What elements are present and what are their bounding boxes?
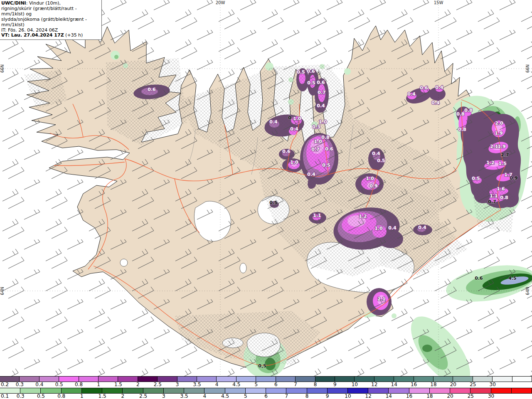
parallel-label: 64N	[0, 287, 5, 295]
title-box: UWC/DINI: Vindur (10m), rigning/skúrir (…	[0, 0, 102, 40]
colorbar-segment	[99, 377, 118, 382]
colorbar-tick-label: 14	[386, 394, 392, 399]
colorbar-segment	[217, 377, 236, 382]
precip-value-label: 0.6	[325, 146, 333, 152]
precip-value-label: 1.1	[490, 193, 498, 199]
colorbar-tick-label: 10	[352, 382, 358, 387]
colorbar-tick-label: 4.5	[221, 394, 229, 399]
colorbar-tick-label: 0.4	[35, 382, 43, 387]
precip-value-label: 1.1	[313, 213, 321, 218]
colorbar-tick-label: 6	[274, 382, 278, 387]
colorbar-segment	[368, 388, 389, 393]
colorbar-segment	[276, 377, 296, 382]
precip-value-label: 0.8	[456, 111, 465, 117]
colorbar-tick-label: 0.8	[57, 394, 65, 399]
colorbar-tick-label: 5	[244, 394, 247, 399]
precip-value-label: 0.5	[322, 163, 330, 168]
precip-value-label: 0.4	[317, 103, 325, 108]
colorbar-tick-label: 6	[264, 394, 268, 399]
colorbar-tick-label: 30	[490, 382, 496, 387]
precip-value-label: 0.7	[318, 90, 326, 95]
colorbar-tick-label: 9	[333, 382, 337, 387]
precip-value-label: 4.5	[508, 276, 517, 281]
precip-value-label: 0.6	[475, 276, 483, 281]
parallel-label: 66N	[0, 64, 5, 73]
precip-value-label: 1.5	[498, 161, 507, 166]
precip-value-label: 0.5	[472, 176, 480, 181]
precip-value-label: 2.1	[377, 296, 386, 302]
precip-value-label: 1.0	[293, 116, 301, 121]
precip-value-label: 0.7	[311, 147, 320, 152]
colorbar-segment	[414, 377, 433, 382]
colorbar-tick-label: 3	[162, 394, 165, 399]
colorbar-segment	[335, 377, 355, 382]
colorbar-segment	[236, 377, 256, 382]
precip-value-label: 0.6	[148, 87, 156, 92]
colorbar-tick-label: 2	[136, 382, 140, 387]
colorbar-segment	[473, 377, 493, 382]
colorbar-tick-label: 7	[285, 394, 288, 399]
colorbar-tick-label: 1.5	[99, 394, 106, 399]
colorbar-segment	[453, 377, 473, 382]
precip-value-label: 0.4	[307, 172, 315, 177]
colorbar-segment	[328, 388, 348, 393]
precip-value-label: 0.8	[458, 127, 466, 132]
colorbar-segment	[389, 388, 409, 393]
precip-value-label: 1.9	[498, 144, 506, 149]
precip-value-label: 0.5	[297, 69, 305, 75]
colorbar-tick-label: 0.5	[55, 382, 63, 387]
colorbar-tick-label: 4	[203, 394, 206, 399]
colorbar-tick-label: 14	[391, 382, 397, 387]
colorbar-tick-label: 3	[176, 382, 179, 387]
colorbar-segment	[123, 388, 143, 393]
colorbar-segment	[256, 377, 276, 382]
colorbar-segment	[348, 388, 368, 393]
precip-value-label: 1.6	[497, 186, 505, 192]
colorbar-tick-label: 30	[488, 394, 494, 399]
colorbar-segment	[450, 388, 470, 393]
colorbar-tick-label: 16	[406, 394, 412, 399]
colorbar-segment	[20, 388, 41, 393]
colorbar-segment	[79, 377, 99, 382]
precip-value-label: 1.9	[495, 131, 503, 136]
weather-map-page: 20W15W66N66N64N64N 0.60.50.60.50.60.70.4…	[0, 0, 532, 399]
colorbar-tick-label: 4	[215, 382, 219, 387]
colorbar-tick-label: 12	[371, 382, 377, 387]
precip-value-label: 0.9	[369, 183, 378, 189]
colorbar-tick-label: 18	[430, 382, 436, 387]
product-line: UWC/DINI: Vindur (10m),	[1, 1, 100, 6]
precip-value-label: 0.4	[388, 225, 397, 231]
colorbar-segment	[315, 377, 335, 382]
precip-value-label: 0.6	[420, 85, 428, 91]
colorbar-segment	[164, 388, 184, 393]
precip-value-label: 2.1	[490, 144, 498, 149]
colorbar-segment	[409, 388, 430, 393]
colorbar-segment	[307, 388, 328, 393]
colorbar-segment	[20, 377, 39, 382]
colorbar-tick-label: 8	[314, 382, 317, 387]
precip-value-label: 1.0	[374, 226, 383, 231]
parallel-label: 64N	[525, 287, 530, 295]
colorbar-tick-label: 8	[305, 394, 309, 399]
precip-value-label: 0.6	[317, 80, 325, 85]
colorbar-tick-label: 3.5	[193, 382, 201, 387]
colorbar-segment	[41, 388, 61, 393]
colorbar-segment	[512, 388, 532, 393]
precip-value-label: 2.0	[495, 121, 503, 126]
precip-value-label: 0.4	[290, 126, 298, 132]
colorbar-tick-label: 0.2	[1, 382, 9, 387]
colorbar-tick-label: 9	[326, 394, 329, 399]
colorbar-tick-label: 1	[97, 382, 100, 387]
colorbar-tick-label: 0.3	[17, 394, 25, 399]
colorbar-segment	[266, 388, 286, 393]
precip-value-label: 0.8	[500, 195, 508, 200]
precip-value-label: 0.4	[418, 225, 426, 230]
colorbar-segment	[493, 377, 512, 382]
colorbar-segment	[355, 377, 374, 382]
valid-time-line: VT: Lau. 27.04.2024 17Z (+35 h)	[1, 33, 100, 38]
colorbar-segment	[470, 388, 491, 393]
precip-value-label: 0.4	[372, 151, 380, 156]
colorbar-segment	[491, 388, 512, 393]
colorbar-segment	[143, 388, 164, 393]
colorbar-segment	[118, 377, 138, 382]
